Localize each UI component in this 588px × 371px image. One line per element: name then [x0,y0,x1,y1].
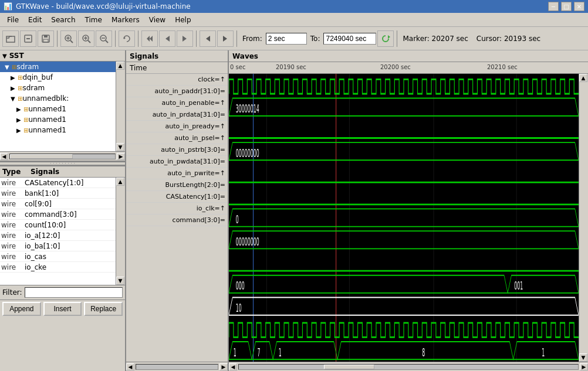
menu-edit[interactable]: Edit [23,15,46,25]
insert-button[interactable]: Insert [43,302,82,316]
list-item[interactable]: wire command[3:0] [0,209,116,220]
menu-view[interactable]: View [144,15,170,25]
sst-tree[interactable]: ▼ ⊞ sdram ▶ ⊞ dqin_buf ▶ [0,62,116,151]
tree-arrow2: ▶ [11,85,18,91]
tree-item-u3[interactable]: ▶ ⊞ unnamed1 [0,125,116,135]
svg-text:00000000: 00000000 [236,147,259,159]
list-scroll-up[interactable]: ▲ [116,178,124,186]
sst-scroll-right[interactable]: ▶ [117,153,125,160]
svg-text:1: 1 [279,346,282,359]
save-button[interactable] [38,30,54,47]
waves-vscroll[interactable]: ▲ ▼ [579,74,588,362]
sep1 [57,30,58,47]
list-item[interactable]: wire bank[1:0] [0,188,116,199]
signal-label-row: auto_in_pwrite=↑ [126,168,228,179]
tree-item-dqin_buf[interactable]: ▶ ⊞ dqin_buf [0,72,116,83]
waves-scroll-thumb[interactable] [579,82,588,353]
reload-button[interactable] [20,30,36,47]
tree-item-unnamedblk[interactable]: ▼ ⊞ unnamedblk: [0,93,116,104]
tree-item-u2[interactable]: ▶ ⊞ unnamed1 [0,114,116,125]
tree-item-sdram[interactable]: ▼ ⊞ sdram [0,62,116,72]
waves-scroll-right[interactable]: ▶ [580,363,588,370]
sig-type: wire [1,189,25,198]
waves-scroll-up[interactable]: ▲ [579,74,587,82]
minimize-button[interactable]: − [548,2,559,11]
waves-hscroll-thumb[interactable] [324,365,375,369]
prev-marker-button[interactable] [200,30,216,47]
next-marker-button[interactable] [217,30,234,47]
mid-hscroll[interactable]: ◀ ▶ [126,362,228,371]
sst-scroll-thumb[interactable] [116,70,125,143]
marker-display: Marker: 20207 sec [403,35,468,43]
filter-input[interactable] [25,287,123,298]
sst-scroll-up[interactable]: ▲ [116,62,124,70]
next-edge-button[interactable] [177,30,193,47]
sst-scroll-down[interactable]: ▼ [116,143,124,151]
signal-label-row: auto_in_psel=↑ [126,132,228,144]
sst-toggle[interactable]: ▼ [2,53,7,59]
tick-2: 20200 sec [380,64,411,70]
list-item[interactable]: wire io_cas [0,251,116,262]
list-item[interactable]: wire CASLatency[1:0] [0,178,116,188]
list-vscroll[interactable]: ▲ ▼ [116,178,125,285]
sig-type: wire [1,232,25,240]
list-item[interactable]: wire col[9:0] [0,199,116,209]
titlebar: 📊 GTKWave - build/wave.vcd@luluji-virtua… [0,0,588,13]
sst-scroll-left[interactable]: ◀ [0,153,8,160]
list-scroll-thumb[interactable] [116,186,125,277]
svg-text:1: 1 [542,346,545,359]
tree-icon-u3: ⊞ [23,127,28,134]
from-input[interactable] [266,33,307,45]
append-button[interactable]: Append [2,302,41,316]
list-item[interactable]: wire io_a[12:0] [0,230,116,241]
svg-marker-23 [223,36,227,42]
sig-type: wire [1,242,25,250]
to-input[interactable] [323,33,376,45]
list-item[interactable]: wire io_cke [0,262,116,273]
zoom-fit-button[interactable] [60,30,77,47]
signal-labels-list: clock=↑ auto_in_paddr[31:0]= auto_in_pen… [126,74,228,362]
refresh-button[interactable] [377,30,394,47]
menu-help[interactable]: Help [170,15,195,25]
signal-list-scroll[interactable]: wire CASLatency[1:0] wire bank[1:0] wire… [0,178,125,285]
waveform-svg: 30000014 00000000 [229,74,579,362]
mid-scroll-left[interactable]: ◀ [126,363,134,370]
goto-start-button[interactable] [141,30,158,47]
replace-button[interactable]: Replace [84,302,123,316]
signal-label-row: clock=↑ [126,74,228,86]
open-button[interactable] [2,30,19,47]
waves-scroll-down[interactable]: ▼ [579,353,587,362]
prev-edge-button[interactable] [159,30,175,47]
sst-hscroll[interactable]: ◀ ▶ [0,151,125,161]
menu-time[interactable]: Time [80,15,107,25]
filter-row: Filter: [0,285,125,299]
sst-hscroll-thumb[interactable] [10,154,73,159]
list-scroll-down[interactable]: ▼ [116,277,124,285]
tick-0: 0 sec [230,64,245,70]
list-item[interactable]: wire io_ba[1:0] [0,241,116,251]
sst-hscroll-track[interactable] [9,154,116,159]
svg-rect-31 [229,98,579,116]
tree-arrow: ▼ [5,64,12,70]
waves-scroll-left[interactable]: ◀ [229,363,237,370]
undo-button[interactable] [119,30,135,47]
zoom-out-button[interactable] [96,30,112,47]
close-button[interactable]: ✕ [574,2,584,11]
svg-marker-52 [252,342,273,359]
waves-canvas[interactable]: 30000014 00000000 [229,74,579,362]
sig-type: wire [1,179,25,187]
tree-item-sdram2[interactable]: ▶ ⊞ sdram [0,83,116,93]
mid-hscroll-track[interactable] [136,364,218,370]
tree-item-u1[interactable]: ▶ ⊞ unnamed1 [0,104,116,114]
zoom-in-button[interactable] [78,30,94,47]
menu-file[interactable]: File [2,15,23,25]
svg-marker-39 [229,209,579,226]
tick-3: 20210 sec [487,64,518,70]
menu-markers[interactable]: Markers [107,15,144,25]
menu-search[interactable]: Search [46,15,80,25]
waves-hscroll-track[interactable] [238,364,579,370]
mid-scroll-right[interactable]: ▶ [219,363,228,370]
waves-hscroll[interactable]: ◀ ▶ [229,362,588,371]
maximize-button[interactable]: □ [561,2,572,11]
list-item[interactable]: wire count[10:0] [0,220,116,230]
